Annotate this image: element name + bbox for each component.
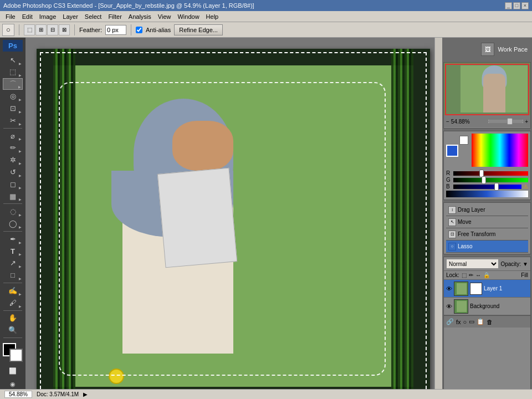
- menu-edit[interactable]: Edit: [19, 12, 36, 21]
- add-mask-icon[interactable]: ○: [463, 319, 467, 325]
- layer-row-background[interactable]: 👁 Background: [444, 298, 530, 315]
- menu-layer[interactable]: Layer: [59, 12, 81, 21]
- quick-select-icon: ◎: [10, 92, 16, 100]
- layer1-thumb-inner: [457, 283, 467, 294]
- new-layer-icon[interactable]: 📋: [477, 318, 484, 325]
- lock-position-icon[interactable]: ↔: [475, 272, 481, 278]
- shape-tool-btn[interactable]: □ ▶: [3, 269, 23, 281]
- fill-label: Fill: [521, 272, 528, 278]
- pen-tool-btn[interactable]: ✒ ▶: [3, 233, 23, 245]
- r-slider-track[interactable]: [453, 171, 528, 176]
- menu-analysis[interactable]: Analysis: [125, 12, 155, 21]
- tool-arrow2: ▶: [19, 73, 22, 77]
- b-slider-thumb[interactable]: [494, 183, 499, 191]
- lasso-tool-icon: ⌒: [9, 79, 17, 89]
- right-panel: 🖼 Work Pace − 54.88%: [442, 38, 532, 399]
- intersect-selection-btn[interactable]: ⊠: [59, 24, 70, 35]
- nav-zoom-plus[interactable]: +: [525, 119, 528, 125]
- menu-window[interactable]: Window: [174, 12, 202, 21]
- lock-transparent-icon[interactable]: ⬚: [462, 272, 467, 278]
- add-selection-btn[interactable]: ⊞: [35, 24, 47, 35]
- menu-file[interactable]: File: [2, 12, 19, 21]
- history-brush-btn[interactable]: ↺ ▶: [3, 166, 23, 178]
- workspace-label[interactable]: Work Pace: [498, 46, 528, 53]
- move-tool-btn[interactable]: ↖ ▶: [3, 54, 23, 66]
- menu-image[interactable]: Image: [36, 12, 60, 21]
- status-arrow[interactable]: ▶: [83, 391, 88, 397]
- healing-tool-btn[interactable]: ⌀ ▶: [3, 130, 23, 142]
- history-brush-icon: ↺: [10, 168, 16, 176]
- quickmask-mode-btn[interactable]: ◉: [3, 378, 23, 390]
- slice-tool-btn[interactable]: ✂ ▶: [3, 115, 23, 126]
- anti-alias-checkbox[interactable]: [136, 27, 142, 33]
- background-visibility-icon[interactable]: 👁: [446, 303, 452, 310]
- type-tool-btn[interactable]: T ▶: [3, 245, 23, 257]
- menu-filter[interactable]: Filter: [105, 12, 125, 21]
- person-face: [172, 121, 233, 171]
- link-layers-icon[interactable]: 🔗: [446, 318, 454, 325]
- hand-tool-btn[interactable]: ✋: [3, 313, 23, 324]
- delete-layer-icon[interactable]: 🗑: [487, 319, 493, 325]
- color-background-swatch[interactable]: [459, 136, 468, 145]
- notes-tool-btn[interactable]: ✍ ▶: [3, 285, 23, 296]
- feather-input[interactable]: [105, 25, 126, 35]
- history-lasso[interactable]: ○ Lasso: [446, 241, 528, 253]
- eyedropper-btn[interactable]: 🖋 ▶: [3, 297, 23, 309]
- gradient-tool-btn[interactable]: ▦ ▶: [3, 191, 23, 202]
- nav-zoom-minus[interactable]: −: [446, 119, 449, 125]
- brush-tool-btn[interactable]: ✏ ▶: [3, 142, 23, 154]
- color-spectrum-bar[interactable]: [472, 134, 528, 167]
- warning-icon: ⚠: [523, 183, 528, 190]
- lock-pixels-icon[interactable]: ✏: [469, 272, 473, 278]
- new-selection-btn[interactable]: ⬚: [24, 24, 35, 35]
- quick-select-tool-btn[interactable]: ◎ ▶: [3, 90, 23, 102]
- minimize-button[interactable]: _: [505, 2, 512, 9]
- layer-row-layer1[interactable]: 👁 Layer 1: [444, 280, 530, 298]
- blur-tool-btn[interactable]: ◌ ▶: [3, 206, 23, 217]
- background-label: Background: [470, 303, 528, 309]
- status-zoom-input[interactable]: [4, 391, 32, 398]
- menu-select[interactable]: Select: [81, 12, 105, 21]
- nav-slider-thumb[interactable]: [507, 118, 513, 125]
- subtract-selection-btn[interactable]: ⊟: [47, 24, 58, 35]
- zoom-tool-btn[interactable]: 🔍: [3, 324, 23, 336]
- crop-tool-btn[interactable]: ⊡ ▶: [3, 103, 23, 114]
- refine-edge-button[interactable]: Refine Edge...: [174, 24, 223, 35]
- nav-zoom-slider[interactable]: [488, 120, 524, 123]
- maximize-button[interactable]: □: [513, 2, 520, 9]
- dodge-tool-btn[interactable]: ◯ ▶: [3, 218, 23, 229]
- lasso-tool-options-icon[interactable]: ○: [2, 24, 14, 36]
- standard-mode-btn[interactable]: ⬜: [3, 365, 23, 377]
- close-button[interactable]: ×: [521, 2, 529, 9]
- marquee-tool-btn[interactable]: ⬚ ▶: [3, 66, 23, 78]
- layer1-visibility-icon[interactable]: 👁: [446, 285, 452, 292]
- lasso-tool-btn[interactable]: ⌒ ▶: [3, 78, 23, 90]
- menu-help[interactable]: Help: [203, 12, 222, 21]
- add-style-icon[interactable]: fx: [456, 319, 461, 325]
- blend-mode-select[interactable]: Normal: [446, 259, 499, 269]
- color-foreground-swatch[interactable]: [446, 145, 458, 157]
- workspace-icon[interactable]: 🖼: [481, 43, 494, 56]
- history-move[interactable]: ↖ Move: [446, 216, 528, 228]
- g-slider-thumb[interactable]: [482, 176, 486, 184]
- gradient-bar[interactable]: [446, 191, 528, 197]
- history-free-transform[interactable]: ⊡ Free Transform: [446, 228, 528, 241]
- history-drag-layer[interactable]: ↕ Drag Layer: [446, 204, 528, 216]
- tool-arrow9: ▶: [19, 161, 22, 165]
- new-group-icon[interactable]: ▭: [469, 318, 474, 325]
- clone-tool-btn[interactable]: ✲ ▶: [3, 154, 23, 166]
- tool-arrow5: ▶: [19, 110, 22, 114]
- tool-separator4: [3, 283, 22, 283]
- g-channel: G: [446, 177, 528, 183]
- b-slider-track[interactable]: [453, 185, 521, 189]
- canvas-area[interactable]: [25, 38, 442, 399]
- lock-all-icon[interactable]: 🔒: [483, 272, 490, 278]
- eraser-tool-btn[interactable]: ◻ ▶: [3, 178, 23, 190]
- path-select-btn[interactable]: ↗ ▶: [3, 257, 23, 269]
- vertical-scrollbar[interactable]: [434, 38, 442, 393]
- main-area: Ps ↖ ▶ ⬚ ▶ ⌒ ▶ ◎ ▶ ⊡ ▶ ✂ ▶ ⌀ ▶: [0, 38, 532, 399]
- background-color-swatch[interactable]: [9, 349, 23, 362]
- anti-alias-label: Anti-alias: [146, 27, 171, 33]
- g-slider-track[interactable]: [453, 178, 528, 182]
- menu-view[interactable]: View: [155, 12, 175, 21]
